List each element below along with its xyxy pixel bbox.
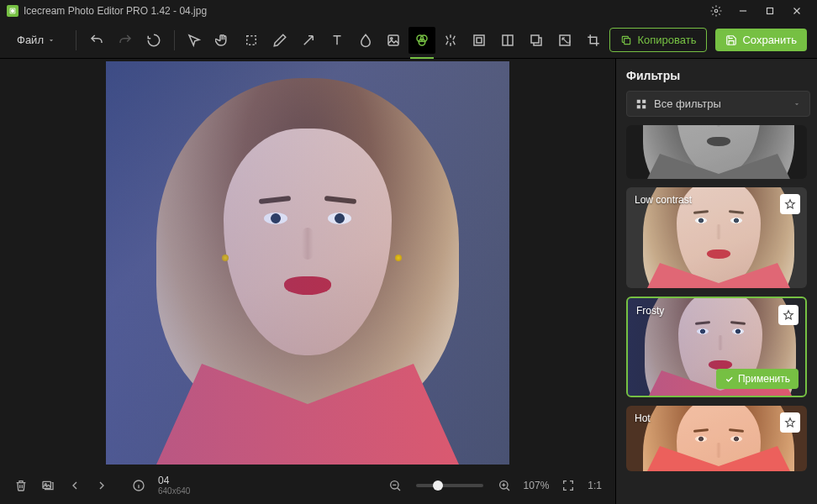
maximize-button[interactable] <box>756 3 783 19</box>
titlebar: Icecream Photo Editor PRO 1.42 - 04.jpg <box>0 0 817 22</box>
filter-card-hot[interactable]: Hot <box>626 406 807 471</box>
svg-rect-4 <box>388 35 398 45</box>
filter-card-frosty[interactable]: Frosty Применить <box>626 297 807 397</box>
cursor-tool[interactable] <box>182 27 208 54</box>
filter-category-select[interactable]: Все фильтры <box>626 91 810 117</box>
svg-rect-10 <box>477 38 482 43</box>
fullscreen-button[interactable] <box>556 473 581 498</box>
brush-tool[interactable] <box>266 27 293 54</box>
filters-tool[interactable] <box>408 27 435 54</box>
delete-button[interactable] <box>8 473 34 498</box>
arrow-tool[interactable] <box>295 27 322 54</box>
info-icon[interactable] <box>126 473 151 498</box>
zoom-out-button[interactable] <box>382 473 408 498</box>
prev-image-button[interactable] <box>62 473 87 498</box>
svg-point-8 <box>419 39 426 45</box>
svg-rect-12 <box>531 35 539 43</box>
file-menu-label: Файл <box>17 34 44 46</box>
redo-button[interactable] <box>112 27 139 54</box>
actual-size-button[interactable]: 1:1 <box>582 476 607 495</box>
svg-rect-20 <box>637 99 640 102</box>
filter-list[interactable]: Low contrast Frosty Применить <box>626 125 810 504</box>
split-tool[interactable] <box>494 27 521 54</box>
svg-rect-2 <box>767 8 773 14</box>
apply-label: Применить <box>738 373 790 385</box>
next-image-button[interactable] <box>89 473 114 498</box>
filter-name: Frosty <box>636 305 664 317</box>
copy-button-label: Копировать <box>637 34 696 46</box>
svg-rect-9 <box>474 35 484 45</box>
edited-photo <box>106 61 509 465</box>
filename-label: 04 <box>158 475 190 486</box>
filter-card-lowcontrast[interactable]: Low contrast <box>626 187 807 288</box>
apply-filter-button[interactable]: Применить <box>716 369 799 389</box>
save-button[interactable]: Сохранить <box>715 29 807 51</box>
zoom-percent: 107% <box>524 480 550 491</box>
favorite-button[interactable] <box>780 194 800 214</box>
filters-panel-title: Фильтры <box>626 69 810 82</box>
favorite-button[interactable] <box>778 305 799 325</box>
gallery-button[interactable] <box>35 473 61 498</box>
svg-rect-22 <box>637 105 640 108</box>
filters-panel: Фильтры Все фильтры Low contrast <box>615 59 817 504</box>
statusbar: 04 640x640 107% 1:1 <box>0 467 615 504</box>
svg-rect-21 <box>642 99 646 102</box>
effects-tool[interactable] <box>437 27 464 54</box>
canvas-view[interactable] <box>0 59 615 467</box>
image-tool[interactable] <box>381 27 408 54</box>
undo-button[interactable] <box>83 27 110 54</box>
svg-point-1 <box>714 9 718 13</box>
zoom-slider[interactable] <box>416 484 483 487</box>
filter-card-blackwhite[interactable] <box>626 125 807 179</box>
settings-button[interactable] <box>703 3 730 19</box>
copy-button[interactable]: Копировать <box>609 28 707 52</box>
filter-category-label: Все фильтры <box>654 97 786 110</box>
text-tool[interactable] <box>324 27 351 54</box>
separator <box>174 30 175 50</box>
svg-rect-14 <box>625 38 630 44</box>
window-title: Icecream Photo Editor PRO 1.42 - 04.jpg <box>24 5 703 17</box>
selection-tool[interactable] <box>238 27 265 54</box>
layers-tool[interactable] <box>523 27 550 54</box>
zoom-in-button[interactable] <box>492 473 517 498</box>
filter-name: Hot <box>635 412 651 424</box>
close-button[interactable] <box>783 3 810 19</box>
dimensions-label: 640x640 <box>158 486 190 496</box>
save-button-label: Сохранить <box>742 34 797 46</box>
separator <box>76 30 76 50</box>
svg-rect-3 <box>247 35 256 45</box>
app-logo <box>7 5 18 17</box>
toolbar: Файл <box>0 22 817 59</box>
reset-button[interactable] <box>140 27 167 54</box>
filter-name: Low contrast <box>635 194 692 206</box>
minimize-button[interactable] <box>730 3 756 19</box>
file-menu[interactable]: Файл <box>10 30 62 50</box>
favorite-button[interactable] <box>780 412 800 433</box>
resize-tool[interactable] <box>551 27 578 54</box>
hand-tool[interactable] <box>209 27 236 54</box>
frame-tool[interactable] <box>466 27 493 54</box>
blur-tool[interactable] <box>352 27 379 54</box>
svg-point-5 <box>391 37 393 39</box>
crop-tool[interactable] <box>580 27 607 54</box>
svg-point-0 <box>11 9 14 13</box>
svg-rect-23 <box>642 105 646 108</box>
